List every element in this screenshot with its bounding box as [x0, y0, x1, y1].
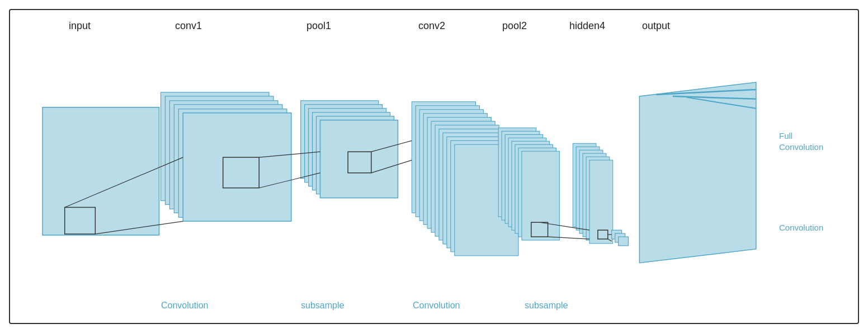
svg-rect-0: [43, 107, 159, 235]
svg-marker-44: [639, 82, 756, 263]
diagram-svg: [10, 10, 858, 323]
svg-rect-42: [589, 160, 613, 243]
cnn-diagram: input conv1 pool1 conv2 pool2 hidden4 ou…: [10, 10, 858, 323]
svg-rect-14: [320, 120, 398, 198]
svg-rect-35: [522, 151, 560, 240]
diagram-container: input conv1 pool1 conv2 pool2 hidden4 ou…: [9, 9, 859, 324]
svg-rect-7: [183, 113, 291, 222]
svg-rect-50: [619, 237, 629, 246]
